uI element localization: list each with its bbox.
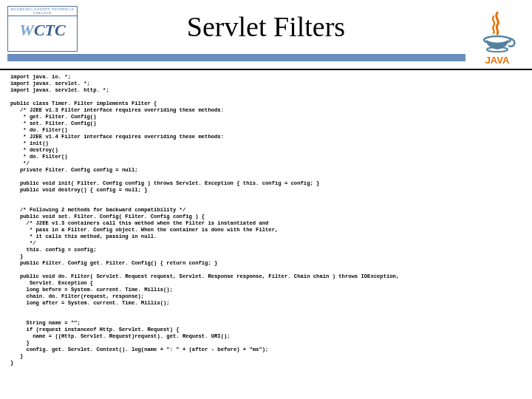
wctc-logo-text: WCTC: [8, 16, 77, 44]
java-logo: JAVA: [471, 9, 523, 68]
svg-text:JAVA: JAVA: [485, 55, 510, 66]
slide-title: Servlet Filters: [187, 10, 345, 43]
java-logo-icon: JAVA: [471, 9, 523, 68]
header-underline-stripe: [7, 54, 466, 61]
slide-header: WAUKESHA COUNTY TECHNICAL COLLEGE WCTC S…: [0, 0, 532, 70]
wctc-logo: WAUKESHA COUNTY TECHNICAL COLLEGE WCTC: [7, 6, 78, 52]
wctc-logo-banner: WAUKESHA COUNTY TECHNICAL COLLEGE: [8, 7, 77, 16]
wctc-logo-w: W: [19, 21, 34, 39]
wctc-logo-ctc: CTC: [34, 21, 66, 39]
code-block: import java. io. *; import javax. servle…: [10, 74, 522, 366]
